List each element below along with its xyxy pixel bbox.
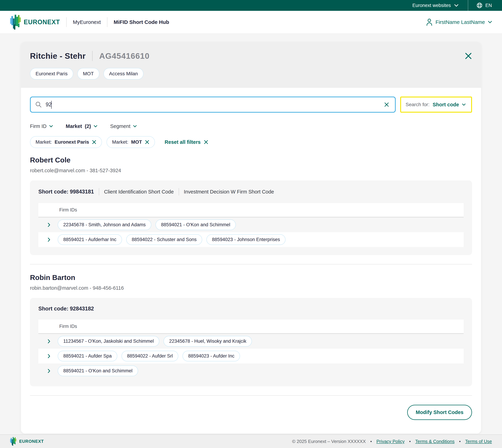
user-icon (426, 18, 432, 26)
code-meta: Short code: 92843182 (38, 305, 464, 312)
footer-logo[interactable]: EURONEXT (10, 437, 44, 446)
firm-ids-table: Firm IDs 22345678 - Smith, Johnson and A… (38, 203, 464, 247)
chip-label: Market: (35, 139, 52, 145)
chevron-down-icon (488, 21, 492, 23)
clear-icon (384, 102, 389, 107)
remove-filter-icon[interactable] (92, 140, 96, 144)
expand-row-button[interactable] (38, 339, 58, 343)
chevron-down-icon (94, 125, 97, 128)
footer-links-row: © 2025 Euronext – Version XXXXXX •Privac… (292, 439, 492, 444)
short-code-card: Short code: 99843181 Client Identificati… (30, 180, 472, 255)
euronext-logo[interactable]: EURONEXT (10, 14, 60, 30)
account-name: FirstName LastName (436, 19, 485, 25)
firm-row: 88594021 - Aufder Spa88594022 - Aufder S… (38, 349, 464, 364)
reset-all-filters-button[interactable]: Reset all filters (165, 139, 208, 145)
language-menu[interactable]: EN (468, 0, 492, 11)
firm-ids-table: Firm IDs 11234567 - O'Kon, Jaskolski and… (38, 320, 464, 378)
clear-search-button[interactable] (384, 102, 389, 107)
expand-chevron-icon (48, 238, 50, 242)
reset-all-filters-label: Reset all filters (165, 139, 201, 145)
firm-id-pill: 88594021 - Aufder Spa (58, 351, 117, 361)
firm-id-pill: 88594021 - Aufderhar Inc (58, 234, 122, 245)
expand-chevron-icon (48, 369, 50, 373)
remove-filter-icon[interactable] (145, 140, 149, 144)
reset-icon (204, 140, 208, 144)
expand-row-button[interactable] (38, 238, 58, 242)
expand-chevron-icon (48, 223, 50, 227)
expand-row-button[interactable] (38, 223, 58, 227)
footer-brand-name: EURONEXT (19, 439, 44, 444)
chip-value: MOT (131, 139, 142, 145)
short-code-card: Short code: 92843182 Firm IDs 11234567 -… (30, 298, 472, 386)
app-header: EURONEXT MyEuronext MiFID Short Code Hub… (0, 11, 502, 34)
close-icon (465, 52, 472, 60)
euronext-websites-menu[interactable]: Euronext websites (412, 0, 468, 11)
panel-body: Search for: Short code Firm IDMarket(2)S… (21, 88, 481, 433)
chevron-down-icon (454, 4, 458, 7)
close-button[interactable] (465, 52, 472, 60)
account-menu[interactable]: FirstName LastName (426, 18, 492, 26)
people-list: Robert Cole robert.cole@marvel.com - 381… (30, 156, 472, 396)
footer: EURONEXT © 2025 Euronext – Version XXXXX… (0, 434, 502, 448)
person-section: Robert Cole robert.cole@marvel.com - 381… (30, 156, 472, 264)
search-for-value: Short code (433, 102, 459, 108)
modify-short-codes-button[interactable]: Modify Short Codes (407, 405, 472, 420)
tag-mot: MOT (77, 68, 99, 80)
filter-dropdown-segment[interactable]: Segment (110, 123, 137, 129)
firm-id-pills: 11234567 - O'Kon, Jaskolski and Schimmel… (58, 334, 252, 349)
filters-row: Firm IDMarket(2)Segment (30, 123, 472, 129)
search-input[interactable] (46, 101, 384, 108)
person-section: Robin Barton robin.barton@marvel.com - 9… (30, 273, 472, 396)
filter-chip-mot: Market:MOT (107, 136, 155, 148)
short-code-label: Short code: 99843181 (38, 189, 94, 195)
euronext-logo-icon (10, 14, 21, 30)
tag-euronext-paris: Euronext Paris (30, 68, 73, 80)
firm-row: 88594021 - Aufderhar Inc88594022 - Schus… (38, 232, 464, 247)
nav-item-myeuronext[interactable]: MyEuronext (73, 19, 101, 25)
firm-ids-header: Firm IDs (38, 203, 464, 217)
firm-id-pills: 88594021 - Aufderhar Inc88594022 - Schus… (58, 232, 285, 247)
code-type-label: Client Identification Short Code (104, 189, 174, 195)
expand-chevron-icon (48, 354, 50, 358)
search-icon (35, 101, 42, 108)
actions-row: Modify Short Codes (30, 405, 472, 420)
filter-chip-euronext-paris: Market:Euronext Paris (30, 136, 102, 148)
filter-count: (2) (85, 123, 91, 129)
meta-divider (99, 188, 99, 195)
footer-link-privacy-policy[interactable]: Privacy Policy (376, 439, 405, 444)
tag-access-milan: Access Milan (104, 68, 143, 80)
search-field[interactable] (30, 96, 396, 112)
expand-chevron-icon (48, 339, 50, 343)
code-type-label: Investment Decision W Firm Short Code (184, 189, 274, 195)
firm-id-pill: 11234567 - O'Kon, Jaskolski and Schimmel (58, 336, 159, 347)
person-name: Robin Barton (30, 273, 472, 282)
filter-dropdown-market[interactable]: Market(2) (66, 123, 97, 129)
chip-value: Euronext Paris (55, 139, 89, 145)
person-name: Robert Cole (30, 156, 472, 164)
topbar: Euronext websites EN (0, 0, 502, 11)
chips-row: Market:Euronext ParisMarket:MOT Reset al… (30, 136, 472, 148)
search-for-selector[interactable]: Search for: Short code (400, 96, 472, 112)
filter-label: Firm ID (30, 123, 47, 129)
filter-dropdown-firm-id[interactable]: Firm ID (30, 123, 53, 129)
expand-row-button[interactable] (38, 354, 58, 358)
firm-id-pills: 22345678 - Smith, Johnson and Adams88594… (58, 217, 236, 232)
euronext-websites-label: Euronext websites (412, 3, 451, 8)
nav-item-mifid-short-code-hub[interactable]: MiFID Short Code Hub (114, 19, 169, 25)
firm-id-pill: 88594021 - O'Kon and Schimmel (156, 220, 236, 230)
chevron-down-icon (49, 125, 53, 128)
footer-bullet: • (370, 439, 372, 444)
expand-row-button[interactable] (38, 369, 58, 373)
code-meta: Short code: 99843181 Client Identificati… (38, 188, 464, 195)
firm-row: 88594021 - O'Kon and Schimmel (38, 364, 464, 378)
firm-id-pills: 88594021 - O'Kon and Schimmel (58, 364, 138, 378)
search-row: Search for: Short code (30, 96, 472, 112)
firm-row: 22345678 - Smith, Johnson and Adams88594… (38, 217, 464, 232)
globe-icon (477, 2, 483, 8)
footer-link-terms-of-use[interactable]: Terms of Use (465, 439, 492, 444)
short-code-label: Short code: 92843182 (38, 305, 94, 312)
firm-id-pill: 88594021 - O'Kon and Schimmel (58, 366, 138, 376)
firm-rows: 11234567 - O'Kon, Jaskolski and Schimmel… (38, 334, 464, 378)
firm-id-pill: 88594022 - Schuster and Sons (126, 234, 202, 245)
footer-link-terms-conditions[interactable]: Terms & Conditions (415, 439, 455, 444)
